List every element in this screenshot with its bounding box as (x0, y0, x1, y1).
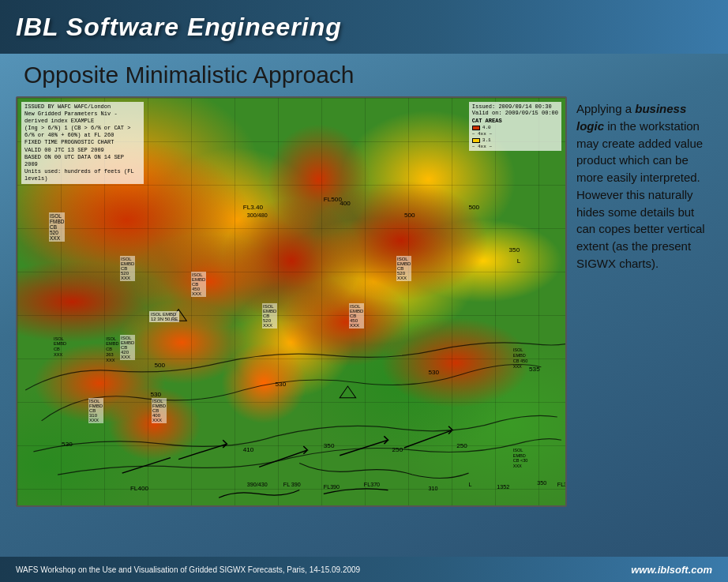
svg-text:530: 530 (150, 391, 161, 398)
svg-text:FL349: FL349 (557, 482, 565, 487)
map-label-4: ISOLEMBDCB520XXX (262, 303, 277, 329)
svg-text:ISOL: ISOL (106, 336, 116, 341)
svg-text:350: 350 (324, 442, 335, 449)
svg-text:500: 500 (155, 362, 166, 369)
svg-text:FL3.40: FL3.40 (243, 204, 264, 211)
svg-text:EMBD: EMBD (106, 342, 118, 347)
svg-text:410: 410 (243, 446, 254, 453)
map-label-1: ISOLEMBDCB520XXX (120, 256, 135, 281)
bold-business: business (635, 102, 686, 115)
svg-text:ISOL: ISOL (513, 347, 523, 352)
svg-text:EMBD: EMBD (54, 342, 66, 347)
svg-text:500: 500 (469, 204, 480, 211)
map-header-line5: VALID 00 JTC 13 SEP 2009 (24, 147, 141, 154)
svg-text:390/430: 390/430 (247, 482, 268, 487)
svg-text:CB: CB (54, 347, 60, 351)
map-cat-areas: Issued: 2009/09/14 00:30 Valid on: 2009/… (469, 102, 561, 151)
svg-text:350: 350 (537, 480, 546, 486)
svg-text:250: 250 (456, 442, 467, 449)
svg-text:263: 263 (106, 352, 113, 357)
svg-text:XXX: XXX (513, 364, 523, 369)
svg-text:L: L (517, 257, 521, 265)
svg-text:L: L (469, 482, 472, 487)
map-cat-label: CAT AREAS (472, 118, 558, 124)
map-label-7: ISOLFMBDCB310XXX (88, 398, 103, 423)
svg-text:530: 530 (429, 370, 440, 377)
header: IBL Software Engineering (0, 0, 728, 54)
main-content: Opposite Minimalistic Approach (0, 54, 728, 557)
svg-text:CB <30: CB <30 (513, 459, 528, 464)
svg-text:350: 350 (533, 505, 542, 505)
svg-text:250: 250 (392, 446, 403, 453)
svg-text:XXX: XXX (513, 464, 523, 468)
slide-title: Opposite Minimalistic Approach (16, 62, 712, 88)
bold-logic: logic (576, 119, 604, 133)
svg-text:CB 450: CB 450 (513, 359, 528, 363)
svg-text:EMBD: EMBD (513, 453, 526, 458)
content-row: 530 530 530 530 535 500 400 500 500 FL40… (16, 96, 712, 557)
svg-text:530: 530 (276, 381, 287, 388)
svg-text:530: 530 (62, 441, 73, 448)
map-header-line2: New Gridded Parameters Niv - derived ind… (24, 111, 141, 125)
map-container: 530 530 530 530 535 500 400 500 500 FL40… (16, 96, 567, 507)
svg-text:350: 350 (400, 505, 410, 505)
svg-text:310: 310 (429, 486, 438, 491)
svg-text:1352: 1352 (497, 484, 509, 490)
text-panel: Applying a business logic in the worksta… (576, 96, 712, 272)
svg-text:535: 535 (529, 366, 540, 373)
map-header-line6: BASED ON 00 UTC DATA ON 14 SEP 2009 (24, 154, 141, 168)
map-label-8: ISOLFMBDCB400XXX (152, 398, 167, 423)
svg-text:FL500: FL500 (324, 197, 343, 204)
map-header-line7: Units used: hundreds of feets (FL levels… (24, 168, 141, 182)
footer: WAFS Workshop on the Use and Visualisati… (0, 557, 728, 582)
svg-text:FL370: FL370 (364, 482, 380, 487)
svg-text:350: 350 (509, 246, 520, 253)
svg-text:EMBD: EMBD (513, 353, 526, 358)
svg-text:ISOL: ISOL (54, 336, 64, 341)
map-header-line1: ISSUED BY WAFC WAFC/London (24, 103, 141, 111)
map-label-6: ISOLEMBDCB420XXX (120, 335, 135, 360)
map-label-9: ISOLFMBDCB520XXX (49, 212, 65, 242)
map-header-text: ISSUED BY WAFC WAFC/London New Gridded P… (21, 102, 144, 184)
map-issued: Issued: 2009/09/14 00:30 (472, 103, 558, 110)
svg-text:500: 500 (404, 212, 415, 219)
svg-text:250: 250 (90, 505, 99, 505)
svg-text:XXX: XXX (54, 352, 63, 357)
slide-container: IBL Software Engineering Opposite Minima… (0, 0, 728, 582)
svg-text:CB: CB (106, 347, 112, 351)
svg-text:FL390: FL390 (324, 484, 340, 490)
footer-text: WAFS Workshop on the Use and Visualisati… (16, 565, 360, 574)
header-title: IBL Software Engineering (16, 13, 342, 42)
map-header-line4: FIXED TIME PROGNOSTIC CHART (24, 139, 141, 146)
svg-marker-54 (340, 386, 355, 398)
map-station-label: ISOL EMBD12 3N 50 RE (149, 311, 179, 322)
map-label-2: ISOLEMBDCB450XXX (191, 272, 206, 297)
svg-text:300/480: 300/480 (247, 212, 268, 218)
footer-logo: www.iblsoft.com (631, 564, 712, 576)
svg-text:FL400: FL400 (130, 485, 149, 492)
svg-text:XXX: XXX (106, 358, 115, 362)
svg-text:300: 300 (336, 505, 345, 505)
svg-text:ISOL: ISOL (513, 448, 523, 452)
map-header-line3: (Ing > 6/%) 1 (CB > 6/% or CAT > 6/% or … (24, 125, 141, 139)
map-label-5: ISOLEMBDCB450XXX (349, 303, 364, 329)
svg-text:FL 390: FL 390 (283, 482, 301, 487)
map-label-3: ISOLEMBDCB520XXX (396, 256, 411, 281)
map-valid: Valid on: 2009/09/15 00:00 (472, 110, 558, 116)
text-panel-content: Applying a business logic in the worksta… (576, 102, 705, 270)
